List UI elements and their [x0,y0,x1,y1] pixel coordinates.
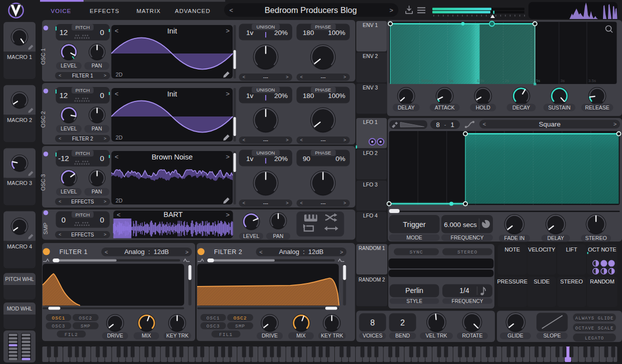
svg-text:>: > [104,73,106,78]
svg-text:1.5s: 1.5s [477,78,484,83]
svg-text:DECAY: DECAY [512,104,530,110]
svg-text:>: > [104,199,106,204]
svg-text:<: < [59,73,61,78]
svg-text:>: > [343,138,346,142]
svg-text:RANDOM 1: RANDOM 1 [359,246,385,251]
svg-text:LFO 4: LFO 4 [363,212,377,218]
svg-text:500ms: 500ms [421,78,433,83]
svg-text:MOD WHL: MOD WHL [7,306,33,312]
svg-text:LEVEL: LEVEL [61,126,77,132]
svg-text:<: < [115,90,119,98]
svg-text:PITCH: PITCH [76,88,90,93]
svg-text:OSC2: OSC2 [234,316,247,321]
svg-text:LEVEL: LEVEL [243,233,260,239]
svg-text:PAN: PAN [273,233,284,239]
svg-text:<: < [59,232,61,237]
svg-text:SMP: SMP [43,222,49,234]
svg-text:MATRIX: MATRIX [137,8,161,14]
svg-text:---: --- [321,74,326,80]
svg-text:<: < [243,200,245,206]
svg-text:PAN: PAN [92,188,102,194]
svg-text:UNISON: UNISON [257,150,275,156]
svg-text:<: < [243,74,245,80]
svg-text:RANDOM: RANDOM [590,278,614,284]
svg-text:<: < [300,138,303,142]
svg-text:OSC 1: OSC 1 [40,48,46,64]
svg-text:SYNC: SYNC [410,250,423,255]
svg-text:Square: Square [539,120,561,128]
svg-text:DELAY: DELAY [398,104,415,110]
svg-text:---: --- [321,200,326,206]
svg-text:0%: 0% [335,155,345,162]
svg-text:2D: 2D [116,134,123,140]
svg-text:Analog : 12dB: Analog : 12dB [279,248,323,256]
svg-text:UNISON: UNISON [257,24,275,30]
svg-text:>: > [226,153,230,160]
svg-text:STEREO: STEREO [585,235,606,241]
svg-text:ADVANCED: ADVANCED [175,8,210,14]
svg-text:PHASE: PHASE [315,150,331,156]
svg-text:STEREO: STEREO [457,250,477,255]
svg-text:>: > [286,74,288,80]
svg-text:PITCH: PITCH [76,150,90,156]
svg-text:MACRO 2: MACRO 2 [7,117,32,123]
svg-text:PAN: PAN [92,126,102,132]
svg-text:180: 180 [303,29,314,36]
svg-text:<: < [59,136,61,141]
svg-text:LEVEL: LEVEL [61,62,77,68]
svg-text:<: < [115,27,119,34]
svg-text:VOICE: VOICE [51,8,72,14]
svg-text:PITCH: PITCH [76,24,90,30]
svg-text:---: --- [263,138,268,143]
svg-text:DELAY: DELAY [547,235,564,241]
svg-text:OSC3: OSC3 [52,324,66,329]
svg-text:100%: 100% [328,92,345,100]
svg-text:RANDOM 2: RANDOM 2 [359,277,385,282]
svg-text:SLOPE: SLOPE [543,332,561,338]
svg-text:ENV 2: ENV 2 [363,53,378,59]
svg-text:OSC1: OSC1 [52,316,66,321]
svg-text:LFO 1: LFO 1 [363,119,377,125]
svg-text:---: --- [263,200,268,206]
svg-text:DRIVE: DRIVE [262,332,278,338]
svg-text:LIFT: LIFT [566,246,577,252]
svg-text:8: 8 [370,318,375,327]
svg-text:<: < [483,121,486,127]
svg-text:UNISON: UNISON [257,87,275,92]
svg-text:LEGATO: LEGATO [585,336,604,341]
svg-text:LFO 3: LFO 3 [363,182,377,188]
svg-text:VEL TRK: VEL TRK [425,332,447,338]
svg-text:Analog : 12dB: Analog : 12dB [124,248,169,256]
svg-text:2.5s: 2.5s [532,78,540,83]
svg-text:0: 0 [100,216,104,224]
svg-text:KEY TRK: KEY TRK [166,332,189,338]
svg-text:>: > [286,200,288,206]
svg-text:>: > [343,74,346,80]
svg-text:BART: BART [164,210,183,218]
svg-text:SUSTAIN: SUSTAIN [548,104,570,110]
svg-text:HOLD: HOLD [476,104,491,110]
svg-text:OSC1: OSC1 [207,316,220,321]
svg-text:2D: 2D [116,72,123,78]
svg-text:12: 12 [60,91,68,100]
svg-text:>: > [185,249,188,255]
svg-text:>: > [104,232,106,237]
svg-text:MODE: MODE [406,234,422,240]
svg-text:<: < [259,249,262,255]
svg-text:<: < [117,211,121,218]
svg-text:BEND: BEND [395,332,410,338]
svg-text:3s: 3s [560,78,564,83]
svg-text:FREQUENCY: FREQUENCY [452,298,483,304]
svg-text:1v: 1v [246,155,254,162]
svg-text:20%: 20% [274,92,288,100]
svg-text:FIL1: FIL1 [219,332,233,338]
svg-text:1: 1 [450,121,454,128]
svg-text:STYLE: STYLE [406,298,422,304]
svg-text:Init: Init [167,27,177,35]
svg-text:>: > [104,136,106,141]
svg-text:20%: 20% [274,29,288,36]
svg-text:Bedroom Producers Blog: Bedroom Producers Blog [265,6,357,14]
svg-text:<: < [300,200,303,206]
svg-text:>: > [389,6,393,14]
svg-text:ATTACK: ATTACK [435,104,455,110]
